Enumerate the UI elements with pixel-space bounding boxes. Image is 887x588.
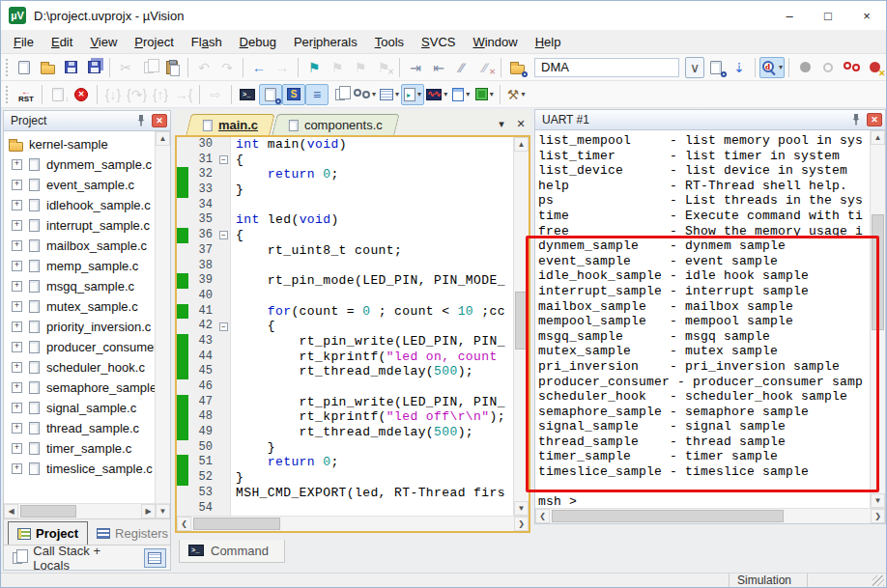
code-line[interactable]: 44 rt_kprintf("led on, count	[177, 350, 513, 365]
code-line[interactable]: 35int led(void)	[177, 212, 513, 228]
fold-margin[interactable]	[217, 379, 231, 395]
uart-vertical-scrollbar[interactable]: ▲ ▼	[870, 130, 885, 508]
scroll-right-icon[interactable]: ▶	[141, 504, 156, 518]
tab-registers[interactable]: Registers	[88, 522, 177, 545]
expand-icon[interactable]: +	[12, 423, 22, 434]
clear-bookmarks-button[interactable]: ⚑✕	[372, 57, 395, 78]
save-all-button[interactable]	[82, 57, 105, 78]
navigate-forward-button[interactable]: →	[271, 57, 294, 78]
scroll-down-icon[interactable]: ▼	[156, 504, 170, 518]
fold-margin[interactable]	[217, 289, 231, 304]
tree-item-signal-sample-c[interactable]: +signal_sample.c	[4, 398, 155, 418]
fold-margin[interactable]	[217, 350, 231, 365]
kill-all-breakpoints-button[interactable]: ✕	[863, 57, 886, 78]
project-vertical-scrollbar[interactable]: ▲	[155, 131, 170, 503]
stop-button[interactable]: ✕	[70, 84, 93, 105]
new-file-button[interactable]	[13, 57, 36, 78]
next-bookmark-button[interactable]: ⚑	[326, 57, 349, 78]
fold-margin[interactable]	[217, 243, 231, 259]
disassembly-window-button[interactable]	[259, 84, 282, 105]
toolbar-grip[interactable]	[6, 86, 10, 103]
serial-window-button[interactable]: ▾	[401, 84, 424, 105]
code-line[interactable]: 52}	[177, 470, 513, 486]
expand-icon[interactable]: +	[12, 240, 22, 251]
dropdown-caret-icon[interactable]: ▾	[444, 90, 447, 98]
minimize-button[interactable]: –	[770, 1, 809, 30]
run-to-cursor-button[interactable]: →{	[172, 84, 195, 105]
reset-cpu-button[interactable]: ←RST	[14, 84, 38, 105]
code-line[interactable]: 48 rt_kprintf("led off\r\n");	[177, 409, 513, 425]
tree-item-interrupt-sample-c[interactable]: +interrupt_sample.c	[4, 215, 155, 236]
fold-margin[interactable]: −	[217, 153, 231, 168]
editor-horizontal-scrollbar[interactable]: ❮ ❯	[177, 516, 529, 531]
expand-icon[interactable]: +	[12, 261, 22, 271]
search-dropdown-button[interactable]: ∨	[685, 57, 704, 78]
command-window-button[interactable]: >_	[236, 84, 259, 105]
maximize-button[interactable]: □	[809, 1, 847, 30]
scroll-left-icon[interactable]: ◀	[4, 504, 18, 518]
tab-main-c[interactable]: main.c	[186, 114, 275, 135]
fold-margin[interactable]	[217, 182, 231, 198]
fold-margin[interactable]	[217, 409, 231, 425]
menu-view[interactable]: View	[81, 32, 126, 52]
code-line[interactable]: 33}	[177, 182, 513, 198]
fold-margin[interactable]	[217, 486, 231, 501]
project-panel-close-icon[interactable]: ✕	[152, 114, 167, 127]
expand-icon[interactable]: +	[12, 403, 22, 413]
uart-horizontal-scrollbar[interactable]: ❮ ❯	[535, 508, 885, 523]
tree-item-semaphore-sample-c[interactable]: +semaphore_sample.c	[4, 378, 155, 398]
step-button[interactable]: {↓}	[101, 84, 125, 105]
fold-margin[interactable]	[217, 364, 231, 379]
enable-breakpoint-button[interactable]	[816, 57, 840, 78]
dropdown-caret-icon[interactable]: ▾	[417, 90, 421, 98]
tab-components-c[interactable]: components.c	[272, 114, 399, 135]
scroll-up-icon[interactable]: ▲	[871, 130, 885, 145]
code-line[interactable]: 43 rt_pin_write(LED_PIN, PIN_	[177, 334, 513, 350]
tree-item-dynmem-sample-c[interactable]: +dynmem_sample.c	[4, 154, 155, 175]
code-line[interactable]: 32 return 0;	[177, 167, 513, 182]
undo-button[interactable]: ↶	[192, 57, 215, 78]
code-line[interactable]: 46	[177, 379, 513, 395]
code-line[interactable]: 41 for(count = 0 ; count < 10 ;cc	[177, 304, 513, 320]
search-combo[interactable]: DMA	[534, 58, 679, 77]
fold-collapse-icon[interactable]: −	[219, 155, 228, 164]
scroll-right-icon[interactable]: ❯	[871, 509, 885, 523]
fold-margin[interactable]	[217, 470, 231, 486]
tree-item-priority-inversion-c[interactable]: +priority_inversion.c	[4, 317, 155, 337]
uncomment-selection-button[interactable]: ∕∕✕	[473, 57, 497, 78]
tab-project[interactable]: Project	[8, 521, 88, 545]
code-line[interactable]: 39 rt_pin_mode(LED_PIN, PIN_MODE_	[177, 273, 513, 289]
fold-margin[interactable]: −	[217, 228, 231, 243]
code-line[interactable]: 54	[177, 501, 513, 517]
fold-margin[interactable]	[217, 440, 231, 456]
save-button[interactable]	[59, 57, 82, 78]
tree-item-timer-sample-c[interactable]: +timer_sample.c	[4, 438, 155, 459]
expand-icon[interactable]: +	[12, 220, 22, 231]
comment-selection-button[interactable]: ∕∕	[450, 57, 473, 78]
tree-item-memp-sample-c[interactable]: +memp_sample.c	[4, 256, 155, 276]
memory-window-button[interactable]: ▾	[378, 84, 401, 105]
fold-margin[interactable]	[217, 334, 231, 350]
toggle-bookmark-button[interactable]: ⚑	[302, 57, 326, 78]
tree-item-thread-sample-c[interactable]: +thread_sample.c	[4, 418, 155, 438]
menu-peripherals[interactable]: Peripherals	[285, 32, 366, 52]
resize-grip-icon[interactable]	[873, 575, 884, 586]
fold-collapse-icon[interactable]: −	[219, 322, 228, 331]
call-stack-window-button[interactable]	[329, 84, 352, 105]
close-button[interactable]: ×	[847, 1, 886, 30]
menu-tools[interactable]: Tools	[366, 32, 413, 52]
dropdown-caret-icon[interactable]: ▾	[490, 90, 494, 98]
menu-project[interactable]: Project	[126, 32, 182, 52]
toolbar-grip[interactable]	[6, 59, 8, 76]
menu-debug[interactable]: Debug	[231, 32, 285, 52]
symbol-window-button[interactable]: S	[282, 84, 305, 105]
expand-icon[interactable]: +	[12, 443, 22, 454]
tree-item-event-sample-c[interactable]: +event_sample.c	[4, 175, 155, 195]
code-editor[interactable]: 30int main(void)31−{32 return 0;33}3435i…	[175, 135, 530, 533]
code-line[interactable]: 45 rt_thread_mdelay(500);	[177, 364, 513, 379]
menu-file[interactable]: File	[5, 32, 43, 52]
fold-collapse-icon[interactable]: −	[219, 231, 228, 239]
scroll-down-icon[interactable]: ▼	[514, 501, 529, 516]
fold-margin[interactable]	[217, 212, 231, 228]
menu-edit[interactable]: Edit	[43, 32, 81, 52]
